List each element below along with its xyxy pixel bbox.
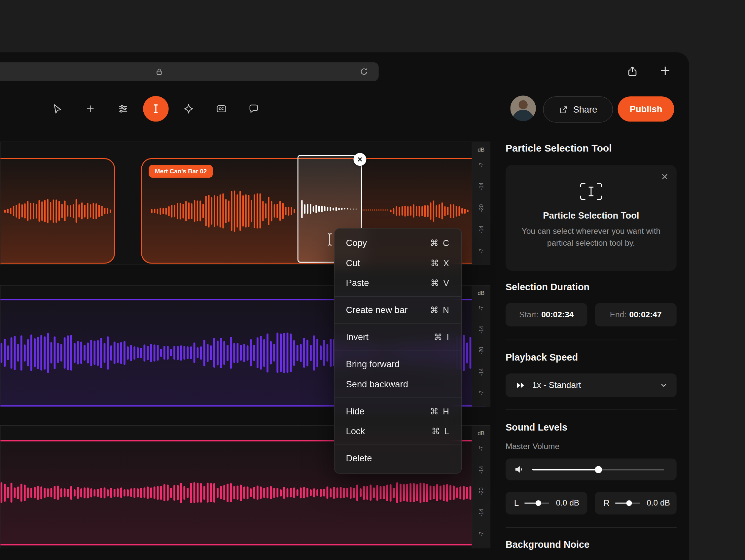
- waveform-bar: [390, 210, 391, 212]
- context-menu-item-lock[interactable]: Lock⌘ L: [334, 421, 461, 441]
- waveform-bar: [47, 199, 48, 223]
- waveform-bar: [280, 333, 282, 372]
- context-menu-item-paste[interactable]: Paste⌘ V: [334, 273, 461, 293]
- selection-start-button[interactable]: Start: 00:02:34: [506, 303, 587, 327]
- waveform-bar: [303, 487, 305, 499]
- avatar-user-1[interactable]: [479, 95, 505, 121]
- volume-track[interactable]: [532, 468, 664, 470]
- left-channel-knob[interactable]: [535, 500, 541, 506]
- waveform-bar: [84, 487, 86, 498]
- cursor-pointer-tool[interactable]: [52, 103, 63, 114]
- selection-end-button[interactable]: End: 00:02:47: [595, 303, 676, 327]
- ruler-tick-label: -14: [475, 178, 487, 195]
- waveform-bar: [36, 204, 37, 219]
- waveform-bar: [180, 203, 181, 219]
- right-channel-label: R: [603, 498, 610, 508]
- closed-captions-tool[interactable]: [216, 103, 227, 114]
- waveform-bar: [228, 200, 229, 222]
- left-channel-track[interactable]: [524, 502, 549, 504]
- waveform-bar: [21, 335, 23, 370]
- context-menu-item-create-new-bar[interactable]: Create new bar⌘ N: [334, 300, 461, 320]
- ruler-tick-label: -20: [475, 342, 487, 359]
- add-tool[interactable]: [85, 103, 96, 114]
- menu-item-label: Bring forward: [346, 359, 399, 370]
- waveform-bar: [413, 483, 415, 502]
- context-menu-item-bring-forward[interactable]: Bring forward: [334, 354, 461, 374]
- left-channel-control[interactable]: L 0.0 dB: [506, 492, 587, 515]
- waveform-bar: [423, 483, 425, 502]
- volume-knob[interactable]: [595, 466, 602, 473]
- context-menu-item-cut[interactable]: Cut⌘ X: [334, 253, 461, 273]
- waveform-bar: [137, 348, 139, 358]
- master-volume-slider[interactable]: [506, 458, 677, 480]
- right-panel: Particle Selection Tool Particle Selecti…: [506, 52, 677, 560]
- waveform-bar: [407, 206, 409, 216]
- waveform-bar: [273, 488, 275, 498]
- waveform-bar: [160, 349, 162, 357]
- text-select-tool-active[interactable]: [143, 96, 169, 122]
- context-menu-item-send-backward[interactable]: Send backward: [334, 374, 461, 394]
- waveform-bar: [330, 488, 332, 497]
- waveform-bar: [419, 205, 420, 216]
- waveform-bar: [283, 487, 285, 499]
- waveform-bar: [433, 486, 435, 499]
- context-menu-item-copy[interactable]: Copy⌘ C: [334, 233, 461, 253]
- waveform-bar: [227, 484, 229, 502]
- ruler-labels: -7-14-20-14-7: [472, 153, 490, 264]
- context-menu-item-hide[interactable]: Hide⌘ H: [334, 401, 461, 421]
- waveform-bar: [208, 195, 209, 227]
- ruler-unit-label: dB: [472, 426, 490, 436]
- waveform-bar: [194, 342, 195, 363]
- waveform-bar: [242, 195, 244, 227]
- track-1-clip-left[interactable]: [0, 158, 115, 263]
- waveform-bar: [182, 204, 184, 219]
- right-channel-track[interactable]: [615, 502, 640, 504]
- waveform-bar: [197, 200, 198, 221]
- context-menu-item-delete[interactable]: Delete: [334, 449, 461, 468]
- waveform-bar: [0, 482, 2, 503]
- playback-speed-dropdown[interactable]: 1x - Standart: [506, 373, 677, 397]
- waveform-bar: [277, 204, 278, 218]
- ruler-tick-label: -7: [475, 525, 487, 543]
- waveform-bar: [203, 486, 205, 500]
- menu-item-label: Cut: [346, 258, 360, 268]
- waveform-bar: [183, 486, 185, 500]
- waveform-bar: [180, 345, 182, 360]
- waveform-bar: [4, 484, 6, 502]
- waveform-bar: [21, 484, 23, 502]
- context-menu-item-invert[interactable]: Invert⌘ I: [334, 327, 461, 347]
- waveform-bar: [22, 204, 23, 218]
- refresh-icon[interactable]: [359, 66, 369, 77]
- waveform-bar: [244, 344, 246, 362]
- waveform-bar: [291, 207, 292, 215]
- waveform-bar: [262, 201, 263, 221]
- menu-item-label: Send backward: [346, 379, 408, 390]
- waveform-bar: [24, 203, 25, 219]
- waveform-bar: [406, 484, 408, 502]
- ruler-unit-label: dB: [472, 142, 490, 153]
- waveform-bar: [410, 206, 412, 216]
- waveform-bar: [53, 199, 54, 223]
- waveform-bar: [168, 206, 169, 216]
- waveform-bar: [107, 489, 109, 496]
- waveform-bar: [67, 205, 68, 217]
- sliders-tool[interactable]: [117, 103, 129, 114]
- comment-tool[interactable]: [248, 103, 260, 114]
- ruler-tick-label: -7: [475, 299, 487, 317]
- waveform-bar: [427, 205, 428, 217]
- selection-close-button[interactable]: [353, 153, 366, 166]
- waveform-bar: [0, 343, 2, 363]
- i-beam-icon: [150, 103, 162, 115]
- waveform-orange-main: [151, 159, 297, 263]
- waveform-bar: [293, 340, 295, 365]
- right-channel-control[interactable]: R 0.0 dB: [595, 492, 676, 515]
- ruler-tick-label: -14: [475, 461, 487, 479]
- card-close-button[interactable]: [658, 171, 671, 183]
- sparkle-tool[interactable]: [183, 103, 195, 114]
- address-bar[interactable]: [0, 62, 379, 81]
- right-channel-knob[interactable]: [626, 500, 632, 506]
- lock-icon: [155, 67, 164, 76]
- waveform-bar: [316, 338, 318, 367]
- waveform-bar: [304, 204, 305, 213]
- waveform-bar: [316, 489, 318, 496]
